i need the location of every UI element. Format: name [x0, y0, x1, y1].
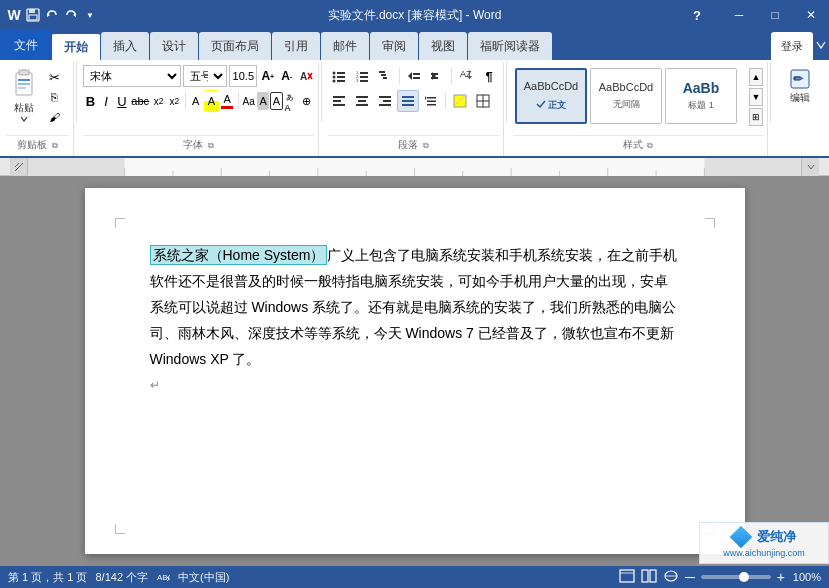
shading-button[interactable]	[449, 90, 471, 112]
zoom-in-btn[interactable]: +	[777, 570, 785, 584]
font-color-btn[interactable]: A	[220, 90, 235, 112]
tab-design[interactable]: 设计	[150, 32, 198, 60]
tab-mailings[interactable]: 邮件	[321, 32, 369, 60]
bullets-button[interactable]	[328, 65, 350, 87]
ribbon-group-clipboard: 粘贴 ✂ ⎘ 🖌 剪贴板 ⧉	[2, 62, 74, 156]
subscript-button[interactable]: x2	[151, 90, 166, 112]
strikethrough-button[interactable]: abc	[130, 90, 150, 112]
spell-check-icon[interactable]: ABC	[156, 569, 170, 585]
tab-insert[interactable]: 插入	[101, 32, 149, 60]
text-effects-btn[interactable]: A	[188, 90, 203, 112]
zoom-level[interactable]: 100%	[791, 571, 821, 583]
ruler-toggle-btn[interactable]	[801, 158, 819, 176]
show-formatting-button[interactable]: ¶	[478, 65, 500, 87]
redo-quick-btn[interactable]	[63, 7, 79, 23]
clear-format-btn[interactable]: A	[297, 65, 314, 87]
help-icon[interactable]: ?	[689, 7, 705, 23]
divider-2	[321, 62, 322, 122]
styles-scroll-up-btn[interactable]: ▲	[749, 68, 763, 86]
svg-rect-47	[402, 104, 414, 106]
format-paint-button[interactable]: 🖌	[44, 108, 64, 126]
dec-indent-button[interactable]	[403, 65, 425, 87]
close-button[interactable]: ✕	[793, 0, 829, 30]
highlighted-text: 系统之家（Home System）	[150, 245, 328, 265]
underline-button[interactable]: U	[115, 90, 130, 112]
clipboard-group-label: 剪贴板 ⧉	[6, 135, 69, 154]
align-right-button[interactable]	[374, 90, 396, 112]
font-size-input[interactable]	[229, 65, 257, 87]
svg-rect-40	[358, 100, 366, 102]
document-page[interactable]: 系统之家（Home System）广义上包含了电脑系统安装和手机系统安装，在之前…	[85, 188, 745, 554]
svg-rect-38	[333, 104, 345, 106]
superscript-button[interactable]: x2	[167, 90, 182, 112]
svg-rect-9	[18, 87, 26, 89]
view-normal-btn[interactable]	[619, 569, 635, 585]
inc-indent-button[interactable]	[426, 65, 448, 87]
align-left-button[interactable]	[328, 90, 350, 112]
tab-home[interactable]: 开始	[52, 32, 100, 60]
svg-rect-36	[333, 96, 345, 98]
font-name-select[interactable]: 宋体	[83, 65, 181, 87]
align-center-button[interactable]	[351, 90, 373, 112]
minimize-button[interactable]: ─	[721, 0, 757, 30]
tab-file[interactable]: 文件	[0, 30, 52, 60]
svg-rect-30	[413, 77, 420, 79]
tab-page-layout[interactable]: 页面布局	[199, 32, 271, 60]
customize-quick-access-btn[interactable]: ▼	[82, 7, 98, 23]
numbering-button[interactable]: 1. 2. 3.	[351, 65, 373, 87]
language[interactable]: 中文(中国)	[178, 570, 229, 585]
style-item-no-spacing[interactable]: AaBbCcDd 无间隔	[590, 68, 662, 124]
justify-button[interactable]	[397, 90, 419, 112]
enclosed-char-btn[interactable]: ⊕	[299, 90, 314, 112]
char-border-btn[interactable]: A	[270, 92, 282, 110]
watermark-logo: 爱纯净	[733, 528, 796, 546]
char-shading-btn[interactable]: A	[257, 92, 269, 110]
ribbon-group-editing: ✏ 编辑	[773, 62, 827, 156]
paragraph-expand-icon[interactable]: ⧉	[423, 141, 429, 150]
borders-button[interactable]	[472, 90, 494, 112]
svg-rect-50	[427, 104, 436, 106]
copy-button[interactable]: ⎘	[44, 88, 64, 106]
save-quick-btn[interactable]	[25, 7, 41, 23]
line-spacing-button[interactable]	[420, 90, 442, 112]
change-case-btn[interactable]: Aa	[241, 90, 256, 112]
sort-button[interactable]: A Z	[455, 65, 477, 87]
view-web-btn[interactable]	[663, 569, 679, 585]
tab-review[interactable]: 审阅	[370, 32, 418, 60]
svg-rect-49	[427, 101, 436, 103]
zoom-slider[interactable]	[701, 575, 771, 579]
phonetic-guide-btn[interactable]: ぁA	[284, 90, 299, 112]
styles-scroll-down-btn[interactable]: ▼	[749, 88, 763, 106]
tab-view[interactable]: 视图	[419, 32, 467, 60]
text-highlight-btn[interactable]: A	[204, 90, 219, 112]
paste-button[interactable]: 粘贴	[6, 66, 42, 125]
clipboard-expand-icon[interactable]: ⧉	[52, 141, 58, 150]
tab-reader[interactable]: 福昕阅读器	[468, 32, 552, 60]
style-item-normal[interactable]: AaBbCcDd 正文	[515, 68, 587, 124]
font-divider	[185, 93, 186, 109]
font-size-increase-btn[interactable]: A+	[259, 65, 276, 87]
divider-3	[506, 62, 507, 122]
font-size-select[interactable]: 五号	[183, 65, 227, 87]
restore-button[interactable]: □	[757, 0, 793, 30]
view-reading-btn[interactable]	[641, 569, 657, 585]
font-size-decrease-btn[interactable]: A-	[278, 65, 295, 87]
svg-rect-75	[620, 570, 634, 582]
ribbon-collapse-btn[interactable]	[813, 30, 829, 60]
ruler-corner[interactable]	[10, 158, 28, 176]
word-count: 8/142 个字	[95, 570, 148, 585]
editing-button[interactable]: ✏ 编辑	[778, 64, 822, 108]
undo-quick-btn[interactable]	[44, 7, 60, 23]
italic-button[interactable]: I	[99, 90, 114, 112]
styles-expand-btn[interactable]: ⊞	[749, 108, 763, 126]
cut-button[interactable]: ✂	[44, 68, 64, 86]
login-btn[interactable]: 登录	[771, 32, 813, 60]
font-expand-icon[interactable]: ⧉	[208, 141, 214, 150]
zoom-out-btn[interactable]: ─	[685, 570, 695, 584]
style-item-heading1[interactable]: AaBb 标题 1	[665, 68, 737, 124]
styles-expand-icon[interactable]: ⧉	[647, 141, 653, 150]
tab-references[interactable]: 引用	[272, 32, 320, 60]
bold-button[interactable]: B	[83, 90, 98, 112]
multilevel-list-button[interactable]	[374, 65, 396, 87]
style-normal-label: 正文	[548, 99, 566, 112]
